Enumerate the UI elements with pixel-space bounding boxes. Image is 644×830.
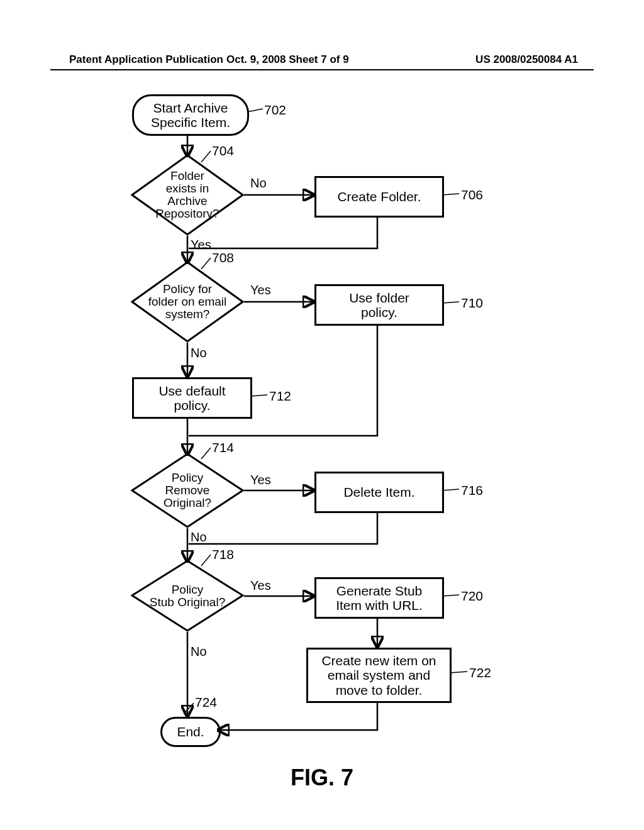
decision-718-text: Policy Stub Original? <box>131 560 244 632</box>
svg-line-25 <box>450 672 467 673</box>
header-mid: Oct. 9, 2008 Sheet 7 of 9 <box>226 53 349 66</box>
terminator-start-text: Start Archive Specific Item. <box>151 101 230 130</box>
process-720: Generate Stub Item with URL. <box>314 577 444 619</box>
decision-704: Folder exists in Archive Repository? <box>131 154 244 236</box>
ref-714: 714 <box>212 440 234 455</box>
process-722-text: Create new item on email system and move… <box>321 653 436 697</box>
decision-708: Policy for folder on email system? <box>131 261 244 343</box>
ref-704: 704 <box>212 143 234 158</box>
svg-line-22 <box>442 489 459 490</box>
ref-708: 708 <box>212 250 234 265</box>
decision-714-text: Policy Remove Original? <box>131 453 244 528</box>
figure-caption: FIG. 7 <box>0 765 644 791</box>
label-708-no: No <box>191 346 207 360</box>
process-710: Use folder policy. <box>314 284 444 326</box>
process-706: Create Folder. <box>314 176 444 218</box>
terminator-start: Start Archive Specific Item. <box>132 94 249 136</box>
process-712-text: Use default policy. <box>158 384 225 412</box>
ref-722: 722 <box>469 665 491 680</box>
connectors-overlay <box>0 0 644 830</box>
ref-702: 702 <box>264 102 286 118</box>
label-704-no: No <box>250 176 267 191</box>
svg-line-15 <box>247 109 263 112</box>
header-left: Patent Application Publication <box>69 53 223 66</box>
ref-710: 710 <box>461 296 483 311</box>
header-rule <box>50 69 594 70</box>
decision-714: Policy Remove Original? <box>131 453 244 528</box>
label-704-yes: Yes <box>191 238 211 252</box>
svg-line-20 <box>250 395 267 396</box>
svg-line-19 <box>442 302 459 303</box>
ref-720: 720 <box>461 589 483 604</box>
svg-line-24 <box>442 595 459 596</box>
process-722: Create new item on email system and move… <box>306 648 452 703</box>
process-706-text: Create Folder. <box>337 189 421 204</box>
ref-706: 706 <box>461 187 483 202</box>
process-712: Use default policy. <box>132 377 252 419</box>
terminator-end-text: End. <box>177 724 204 739</box>
label-718-no: No <box>191 645 207 659</box>
label-718-yes: Yes <box>250 578 271 593</box>
process-716-text: Delete Item. <box>343 485 414 499</box>
process-710-text: Use folder policy. <box>349 290 409 319</box>
process-720-text: Generate Stub Item with URL. <box>336 584 423 612</box>
ref-724: 724 <box>195 695 217 710</box>
terminator-end: End. <box>160 717 221 747</box>
ref-716: 716 <box>461 483 483 498</box>
page: Patent Application Publication Oct. 9, 2… <box>0 0 644 830</box>
ref-712: 712 <box>269 389 291 404</box>
decision-704-text: Folder exists in Archive Repository? <box>131 154 244 236</box>
label-714-yes: Yes <box>250 473 271 487</box>
label-714-no: No <box>191 530 207 545</box>
process-716: Delete Item. <box>314 472 444 513</box>
header-right: US 2008/0250084 A1 <box>475 53 578 66</box>
svg-line-26 <box>184 703 194 714</box>
label-708-yes: Yes <box>250 283 271 297</box>
decision-708-text: Policy for folder on email system? <box>131 261 244 343</box>
decision-718: Policy Stub Original? <box>131 560 244 632</box>
svg-line-17 <box>442 194 459 195</box>
ref-718: 718 <box>212 547 234 562</box>
